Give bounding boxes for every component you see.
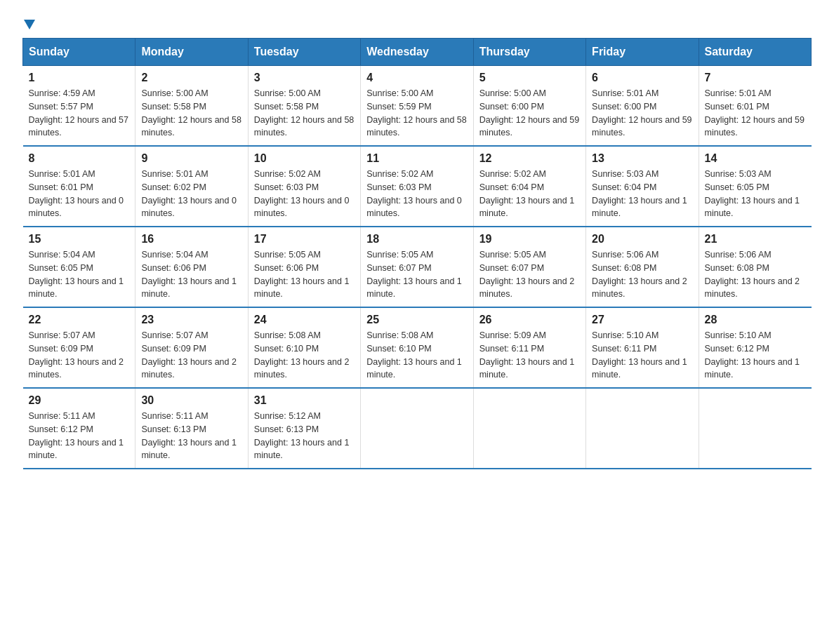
day-number: 17 — [254, 233, 355, 246]
day-info: Sunrise: 5:06 AMSunset: 6:08 PMDaylight:… — [592, 248, 692, 301]
calendar-cell: 16Sunrise: 5:04 AMSunset: 6:06 PMDayligh… — [135, 227, 248, 307]
day-number: 10 — [254, 152, 355, 165]
calendar-cell: 6Sunrise: 5:01 AMSunset: 6:00 PMDaylight… — [586, 66, 699, 147]
calendar-week-row: 8Sunrise: 5:01 AMSunset: 6:01 PMDaylight… — [23, 146, 812, 227]
calendar-cell: 1Sunrise: 4:59 AMSunset: 5:57 PMDaylight… — [23, 66, 135, 147]
day-number: 2 — [141, 72, 241, 84]
day-info: Sunrise: 5:11 AMSunset: 6:13 PMDaylight:… — [141, 410, 241, 462]
day-info: Sunrise: 5:01 AMSunset: 6:00 PMDaylight:… — [592, 87, 692, 140]
day-number: 5 — [479, 72, 580, 84]
day-info: Sunrise: 5:02 AMSunset: 6:03 PMDaylight:… — [366, 168, 467, 220]
logo — [22, 17, 37, 27]
day-info: Sunrise: 5:01 AMSunset: 6:01 PMDaylight:… — [705, 87, 806, 140]
day-number: 3 — [254, 72, 355, 84]
day-info: Sunrise: 5:02 AMSunset: 6:03 PMDaylight:… — [254, 168, 355, 220]
day-number: 31 — [254, 394, 355, 407]
day-info: Sunrise: 5:00 AMSunset: 6:00 PMDaylight:… — [479, 87, 580, 140]
calendar-cell: 10Sunrise: 5:02 AMSunset: 6:03 PMDayligh… — [248, 146, 360, 227]
header-monday: Monday — [135, 39, 248, 66]
day-number: 20 — [592, 233, 692, 246]
calendar-cell — [699, 388, 811, 469]
calendar-cell: 22Sunrise: 5:07 AMSunset: 6:09 PMDayligh… — [23, 307, 135, 388]
day-number: 16 — [141, 233, 241, 246]
day-number: 28 — [705, 314, 806, 326]
page-header — [22, 17, 812, 27]
day-info: Sunrise: 5:05 AMSunset: 6:07 PMDaylight:… — [479, 248, 580, 301]
day-info: Sunrise: 5:12 AMSunset: 6:13 PMDaylight:… — [254, 410, 355, 462]
calendar-cell: 11Sunrise: 5:02 AMSunset: 6:03 PMDayligh… — [361, 146, 473, 227]
day-info: Sunrise: 5:01 AMSunset: 6:02 PMDaylight:… — [141, 168, 241, 220]
day-number: 11 — [366, 152, 467, 165]
day-info: Sunrise: 5:09 AMSunset: 6:11 PMDaylight:… — [479, 329, 580, 382]
day-info: Sunrise: 5:00 AMSunset: 5:59 PMDaylight:… — [366, 87, 467, 140]
calendar-cell — [473, 388, 585, 469]
day-info: Sunrise: 5:01 AMSunset: 6:01 PMDaylight:… — [29, 168, 130, 220]
day-number: 19 — [479, 233, 580, 246]
header-wednesday: Wednesday — [361, 39, 473, 66]
day-info: Sunrise: 5:05 AMSunset: 6:07 PMDaylight:… — [366, 248, 467, 301]
logo-triangle-icon — [24, 20, 35, 29]
day-info: Sunrise: 5:04 AMSunset: 6:05 PMDaylight:… — [29, 248, 130, 301]
calendar-cell — [586, 388, 699, 469]
header-sunday: Sunday — [23, 39, 135, 66]
day-info: Sunrise: 5:04 AMSunset: 6:06 PMDaylight:… — [141, 248, 241, 301]
day-number: 12 — [479, 152, 580, 165]
calendar-cell: 18Sunrise: 5:05 AMSunset: 6:07 PMDayligh… — [361, 227, 473, 307]
calendar-cell: 26Sunrise: 5:09 AMSunset: 6:11 PMDayligh… — [473, 307, 585, 388]
calendar-cell: 5Sunrise: 5:00 AMSunset: 6:00 PMDaylight… — [473, 66, 585, 147]
day-number: 14 — [705, 152, 806, 165]
calendar-cell: 23Sunrise: 5:07 AMSunset: 6:09 PMDayligh… — [135, 307, 248, 388]
calendar-table: Sunday Monday Tuesday Wednesday Thursday… — [22, 38, 812, 469]
calendar-cell: 8Sunrise: 5:01 AMSunset: 6:01 PMDaylight… — [23, 146, 135, 227]
day-number: 24 — [254, 314, 355, 326]
calendar-week-row: 1Sunrise: 4:59 AMSunset: 5:57 PMDaylight… — [23, 66, 812, 147]
day-info: Sunrise: 5:06 AMSunset: 6:08 PMDaylight:… — [705, 248, 806, 301]
calendar-cell: 13Sunrise: 5:03 AMSunset: 6:04 PMDayligh… — [586, 146, 699, 227]
calendar-cell: 4Sunrise: 5:00 AMSunset: 5:59 PMDaylight… — [361, 66, 473, 147]
day-info: Sunrise: 5:10 AMSunset: 6:12 PMDaylight:… — [705, 329, 806, 382]
day-number: 30 — [141, 394, 241, 407]
calendar-cell: 3Sunrise: 5:00 AMSunset: 5:58 PMDaylight… — [248, 66, 360, 147]
day-number: 1 — [29, 72, 130, 84]
calendar-cell: 30Sunrise: 5:11 AMSunset: 6:13 PMDayligh… — [135, 388, 248, 469]
day-info: Sunrise: 5:00 AMSunset: 5:58 PMDaylight:… — [141, 87, 241, 140]
calendar-week-row: 29Sunrise: 5:11 AMSunset: 6:12 PMDayligh… — [23, 388, 812, 469]
day-info: Sunrise: 5:10 AMSunset: 6:11 PMDaylight:… — [592, 329, 692, 382]
calendar-cell: 21Sunrise: 5:06 AMSunset: 6:08 PMDayligh… — [699, 227, 811, 307]
day-number: 9 — [141, 152, 241, 165]
day-number: 29 — [29, 394, 130, 407]
day-number: 21 — [705, 233, 806, 246]
day-info: Sunrise: 5:08 AMSunset: 6:10 PMDaylight:… — [366, 329, 467, 382]
header-tuesday: Tuesday — [248, 39, 360, 66]
calendar-cell: 20Sunrise: 5:06 AMSunset: 6:08 PMDayligh… — [586, 227, 699, 307]
calendar-week-row: 15Sunrise: 5:04 AMSunset: 6:05 PMDayligh… — [23, 227, 812, 307]
calendar-cell: 9Sunrise: 5:01 AMSunset: 6:02 PMDaylight… — [135, 146, 248, 227]
day-number: 13 — [592, 152, 692, 165]
calendar-week-row: 22Sunrise: 5:07 AMSunset: 6:09 PMDayligh… — [23, 307, 812, 388]
day-number: 23 — [141, 314, 241, 326]
day-number: 15 — [29, 233, 130, 246]
header-saturday: Saturday — [699, 39, 811, 66]
day-number: 6 — [592, 72, 692, 84]
calendar-cell: 24Sunrise: 5:08 AMSunset: 6:10 PMDayligh… — [248, 307, 360, 388]
day-number: 27 — [592, 314, 692, 326]
day-info: Sunrise: 5:07 AMSunset: 6:09 PMDaylight:… — [141, 329, 241, 382]
header-friday: Friday — [586, 39, 699, 66]
day-info: Sunrise: 5:00 AMSunset: 5:58 PMDaylight:… — [254, 87, 355, 140]
calendar-cell: 7Sunrise: 5:01 AMSunset: 6:01 PMDaylight… — [699, 66, 811, 147]
day-info: Sunrise: 5:05 AMSunset: 6:06 PMDaylight:… — [254, 248, 355, 301]
day-number: 26 — [479, 314, 580, 326]
day-number: 18 — [366, 233, 467, 246]
day-info: Sunrise: 5:07 AMSunset: 6:09 PMDaylight:… — [29, 329, 130, 382]
calendar-cell: 12Sunrise: 5:02 AMSunset: 6:04 PMDayligh… — [473, 146, 585, 227]
calendar-cell: 2Sunrise: 5:00 AMSunset: 5:58 PMDaylight… — [135, 66, 248, 147]
day-number: 22 — [29, 314, 130, 326]
calendar-cell: 19Sunrise: 5:05 AMSunset: 6:07 PMDayligh… — [473, 227, 585, 307]
calendar-cell: 28Sunrise: 5:10 AMSunset: 6:12 PMDayligh… — [699, 307, 811, 388]
day-info: Sunrise: 5:03 AMSunset: 6:05 PMDaylight:… — [705, 168, 806, 220]
calendar-cell: 27Sunrise: 5:10 AMSunset: 6:11 PMDayligh… — [586, 307, 699, 388]
day-number: 25 — [366, 314, 467, 326]
day-info: Sunrise: 5:03 AMSunset: 6:04 PMDaylight:… — [592, 168, 692, 220]
calendar-cell: 31Sunrise: 5:12 AMSunset: 6:13 PMDayligh… — [248, 388, 360, 469]
day-info: Sunrise: 4:59 AMSunset: 5:57 PMDaylight:… — [29, 87, 130, 140]
